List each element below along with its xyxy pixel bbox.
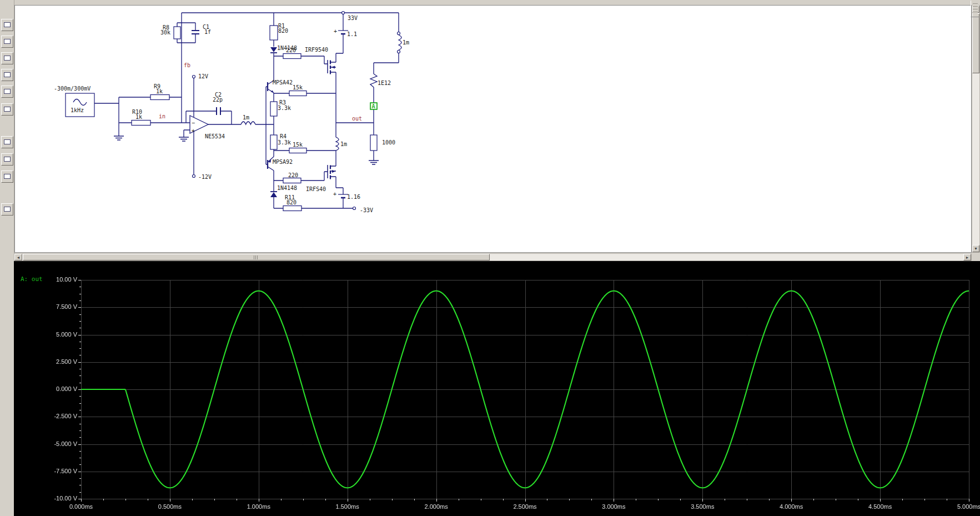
x-axis-label: 1.000ms — [241, 503, 277, 510]
schematic-tool-icon-2 — [4, 39, 11, 44]
scroll-left-icon: ◄ — [17, 256, 21, 259]
schematic-label: -12V — [198, 174, 212, 180]
schematic-tool-icon-1 — [4, 22, 11, 27]
schematic-label: MPSA42 — [273, 79, 293, 86]
schematic-label: 220 — [288, 172, 298, 178]
hscroll-thumb[interactable] — [23, 254, 490, 260]
schematic-label: 12V — [198, 73, 208, 79]
schematic-label: fb — [184, 62, 190, 68]
schematic-tool-icon-9 — [4, 174, 11, 179]
schematic-tool-icon-5 — [4, 89, 11, 94]
schematic-label: 15k — [293, 84, 303, 91]
component-toolbar — [0, 0, 14, 516]
schematic-label: 22p — [213, 97, 223, 103]
schematic-label: 15k — [293, 142, 303, 148]
schematic-label: 1m — [340, 141, 347, 147]
scroll-down-button[interactable]: ▼ — [972, 245, 979, 252]
x-axis-label: 2.000ms — [419, 503, 454, 510]
schematic-label: 1m — [403, 39, 409, 46]
schematic-label: 1E12 — [378, 80, 391, 86]
schematic-hscrollbar[interactable]: ◄ ► — [14, 253, 972, 261]
schematic-label: 820 — [287, 199, 296, 206]
waveform-panel: A: out 10.00 V7.500 V5.000 V2.500 V0.000… — [14, 261, 980, 516]
schematic-label: 1.16 — [347, 194, 360, 200]
y-axis-label: 10.00 V — [38, 276, 77, 283]
mosfet-symbols — [328, 60, 335, 179]
schematic-tool-icon-4 — [4, 72, 11, 77]
sidebar-tool-button-10[interactable] — [1, 203, 13, 216]
schematic-canvas[interactable]: -300m/300mV1kHzR91kR101kinfbR830kC11f12V… — [15, 6, 971, 252]
schematic-label: NE5534 — [205, 133, 225, 139]
sidebar-tool-button-7[interactable] — [1, 136, 13, 148]
battery-symbols — [338, 31, 348, 198]
schematic-tool-icon-10 — [4, 207, 11, 212]
schematic-label: 1k — [135, 114, 142, 120]
sidebar-tool-button-9[interactable] — [1, 171, 13, 183]
vscroll-thumb[interactable] — [972, 13, 979, 73]
x-axis-label: 0.000ms — [63, 503, 99, 510]
sidebar-tool-button-1[interactable] — [1, 19, 13, 31]
sidebar-tool-button-3[interactable] — [1, 52, 13, 64]
x-axis-label: 0.500ms — [152, 503, 188, 510]
schematic-label: + — [192, 128, 195, 134]
y-axis-label: -7.500 V — [38, 468, 77, 474]
schematic-label: R4 — [280, 133, 287, 139]
schematic-label: -33V — [360, 207, 373, 213]
schematic-tool-icon-6 — [4, 107, 11, 112]
scrollbar-corner — [972, 253, 980, 261]
schematic-label: MPSA92 — [273, 159, 293, 165]
schematic-tool-icon-3 — [4, 56, 11, 61]
scroll-down-icon: ▼ — [974, 247, 978, 251]
schematic-label: in — [159, 113, 165, 119]
schematic-label: + — [334, 28, 337, 34]
x-axis-label: 4.000ms — [773, 503, 809, 510]
scroll-right-button[interactable]: ► — [963, 254, 971, 260]
scroll-grip-icon — [254, 256, 258, 259]
x-axis-label: 2.500ms — [507, 503, 543, 510]
schematic-tool-icon-8 — [4, 157, 11, 162]
schematic-label: 33V — [348, 15, 358, 21]
schematic-pane: -300m/300mV1kHzR91kR101kinfbR830kC11f12V… — [14, 5, 972, 253]
sidebar-tool-button-4[interactable] — [1, 69, 13, 81]
schematic-tool-icon-7 — [4, 139, 11, 144]
schematic-label: 1k — [156, 88, 163, 94]
x-axis-label: 1.500ms — [330, 503, 365, 510]
schematic-vscrollbar[interactable]: ▲ ▼ — [972, 5, 980, 253]
schematic-label: 1m — [243, 114, 249, 121]
schematic-label: IRFS40 — [306, 186, 326, 192]
sidebar-tool-button-8[interactable] — [1, 153, 13, 166]
scroll-right-icon: ► — [966, 256, 969, 259]
schematic-label: 1kHz — [71, 107, 84, 113]
dock-grip-handle[interactable] — [971, 1, 979, 17]
schematic-label: IRF9540 — [305, 47, 328, 53]
schematic-label: 1000 — [382, 139, 395, 146]
ground-symbols — [114, 136, 379, 164]
x-axis-label: 3.000ms — [596, 503, 631, 510]
resistor-1e12-symbol — [370, 74, 377, 87]
schematic-label: A — [372, 103, 375, 109]
y-axis-label: 2.500 V — [38, 358, 77, 365]
y-axis-label: 7.500 V — [38, 303, 77, 310]
y-axis-label: -5.000 V — [38, 440, 77, 447]
schematic-label: 1N4148 — [277, 185, 297, 191]
schematic-label: 220 — [286, 47, 296, 53]
schematic-label: out — [352, 116, 362, 122]
waveform-plot[interactable] — [14, 261, 980, 516]
sidebar-tool-button-2[interactable] — [1, 36, 13, 48]
x-axis-label: 5.000ms — [951, 503, 980, 510]
y-axis-label: 0.000 V — [38, 385, 77, 392]
schematic-label: -300m/300mV — [54, 86, 91, 92]
schematic-label: − — [192, 120, 195, 126]
y-axis-label: -2.500 V — [38, 413, 77, 419]
schematic-label: 30k — [160, 29, 170, 36]
schematic-label: 3.3k — [278, 139, 291, 146]
sidebar-tool-button-6[interactable] — [1, 103, 13, 116]
y-axis-label: -10.00 V — [38, 495, 77, 502]
x-axis-label: 3.500ms — [685, 503, 720, 510]
schematic-label: 820 — [278, 28, 288, 34]
y-axis-label: 5.000 V — [38, 331, 77, 338]
schematic-label: + — [333, 191, 336, 197]
scroll-left-button[interactable]: ◄ — [14, 254, 22, 260]
sidebar-tool-button-5[interactable] — [1, 86, 13, 98]
app-window: -300m/300mV1kHzR91kR101kinfbR830kC11f12V… — [0, 0, 980, 516]
